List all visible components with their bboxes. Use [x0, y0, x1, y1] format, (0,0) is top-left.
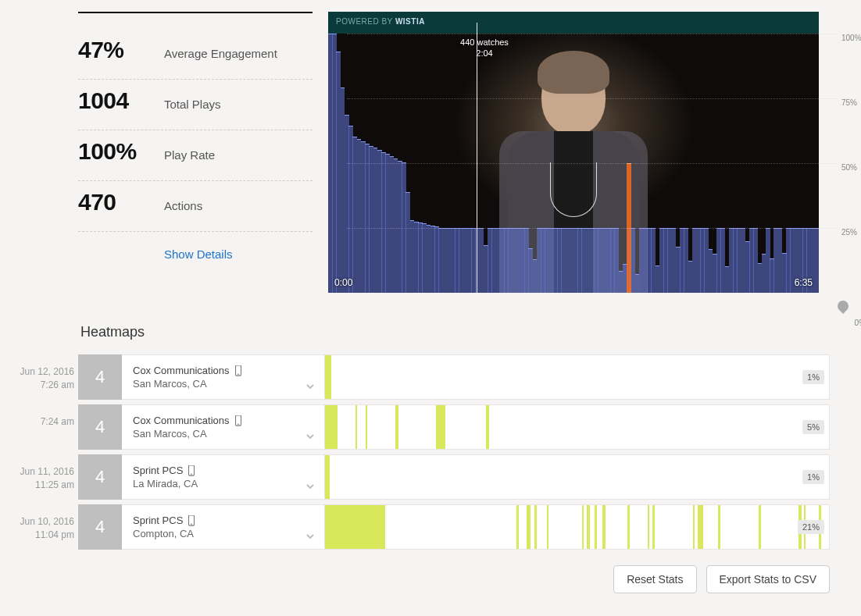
heatmap-score-badge: 4 [78, 354, 122, 400]
video-subject [495, 57, 652, 293]
heatmaps-heading: Heatmaps [80, 324, 830, 340]
heatmap-row: Jun 12, 20167:26 am4Cox CommunicationsSa… [78, 354, 830, 400]
chevron-down-icon[interactable] [305, 532, 315, 541]
mobile-icon [234, 415, 242, 426]
viewer-org: Sprint PCS [133, 515, 183, 526]
chart-cursor-label: 440 watches 2:04 [445, 37, 523, 59]
stat-play-rate: 100% Play Rate [78, 130, 313, 181]
powered-prefix: POWERED BY [336, 17, 395, 26]
heatmap-row: Jun 11, 201611:25 am4Sprint PCSLa Mirada… [78, 454, 830, 500]
mobile-icon [188, 515, 195, 526]
heatmap-timestamp: Jun 10, 201611:04 pm [8, 515, 74, 542]
viewer-location: San Marcos, CA [133, 378, 313, 390]
time-start: 0:00 [334, 277, 352, 288]
cursor-time: 2:04 [476, 48, 492, 58]
heatmap-score-badge: 4 [78, 454, 122, 500]
heatmap-percent-badge: 5% [802, 420, 824, 434]
video-player[interactable]: POWERED BY WISTIA 440 watches 2:04 [328, 12, 819, 293]
heatmap-score-badge: 4 [78, 404, 122, 450]
chevron-down-icon[interactable] [305, 482, 315, 491]
stat-total-plays: 1004 Total Plays [78, 80, 313, 130]
viewer-org: Sprint PCS [133, 465, 183, 476]
powered-by-label: POWERED BY WISTIA [328, 12, 819, 34]
heatmap-timeline[interactable]: 5% [325, 404, 830, 450]
heatmap-percent-badge: 21% [798, 520, 824, 534]
stat-value: 47% [78, 37, 164, 63]
svg-point-7 [191, 523, 193, 525]
gridline-0: 0% [855, 319, 861, 327]
heatmap-timeline[interactable]: 1% [325, 354, 830, 400]
gridline-100: 100% [838, 34, 861, 42]
heatmap-percent-badge: 1% [802, 370, 824, 384]
heatmap-timestamp: Jun 11, 201611:25 am [8, 465, 74, 492]
heatmap-timestamp: 7:24 am [8, 415, 74, 429]
viewer-location: La Mirada, CA [133, 478, 313, 490]
svg-point-5 [191, 473, 193, 475]
mobile-icon [234, 365, 242, 376]
heatmap-viewer-info[interactable]: Cox CommunicationsSan Marcos, CA [122, 404, 325, 450]
powered-brand: WISTIA [395, 17, 425, 26]
heatmap-percent-badge: 1% [802, 470, 824, 484]
mobile-icon [188, 465, 195, 476]
viewer-org: Cox Communications [133, 365, 230, 376]
heatmap-viewer-info[interactable]: Cox CommunicationsSan Marcos, CA [122, 354, 325, 400]
stat-value: 100% [78, 138, 164, 165]
viewer-location: San Marcos, CA [133, 428, 313, 440]
viewer-org: Cox Communications [133, 415, 230, 426]
chevron-down-icon[interactable] [305, 382, 315, 391]
stat-label: Average Engagement [164, 47, 277, 60]
heatmap-timeline[interactable]: 1% [325, 454, 830, 500]
stat-avg-engagement: 47% Average Engagement [78, 29, 313, 80]
heatmap-timestamp: Jun 12, 20167:26 am [8, 365, 74, 392]
heatmap-row: Jun 10, 201611:04 pm4Sprint PCSCompton, … [78, 504, 830, 550]
chart-cursor[interactable] [477, 23, 477, 293]
time-end: 6:35 [795, 277, 813, 288]
chart-y-axis: 100% 75% 50% 25% [838, 34, 861, 293]
gridline-75: 75% [838, 98, 861, 107]
cursor-watches: 440 watches [460, 37, 509, 47]
reset-stats-button[interactable]: Reset Stats [613, 565, 696, 593]
show-details-link[interactable]: Show Details [164, 247, 313, 261]
heatmap-score-badge: 4 [78, 504, 122, 550]
svg-point-3 [238, 423, 239, 425]
stat-label: Play Rate [164, 148, 215, 162]
video-engagement-panel: POWERED BY WISTIA 440 watches 2:04 [328, 12, 838, 293]
viewer-location: Compton, CA [133, 528, 313, 539]
stat-value: 470 [78, 189, 164, 215]
heatmap-viewer-info[interactable]: Sprint PCSCompton, CA [122, 504, 325, 550]
gridline-25: 25% [838, 228, 861, 237]
stat-value: 1004 [78, 87, 164, 114]
stat-label: Actions [164, 199, 202, 212]
heatmap-viewer-info[interactable]: Sprint PCSLa Mirada, CA [122, 454, 325, 500]
stats-column: 47% Average Engagement 1004 Total Plays … [78, 12, 313, 293]
heatmap-row: 7:24 am4Cox CommunicationsSan Marcos, CA… [78, 404, 830, 450]
gridline-50: 50% [838, 163, 861, 172]
svg-point-1 [238, 373, 239, 375]
export-csv-button[interactable]: Export Stats to CSV [706, 565, 831, 593]
chevron-down-icon[interactable] [305, 432, 315, 441]
heatmap-timeline[interactable]: 21% [325, 504, 830, 550]
stat-actions: 470 Actions [78, 181, 313, 232]
stat-label: Total Plays [164, 98, 221, 111]
